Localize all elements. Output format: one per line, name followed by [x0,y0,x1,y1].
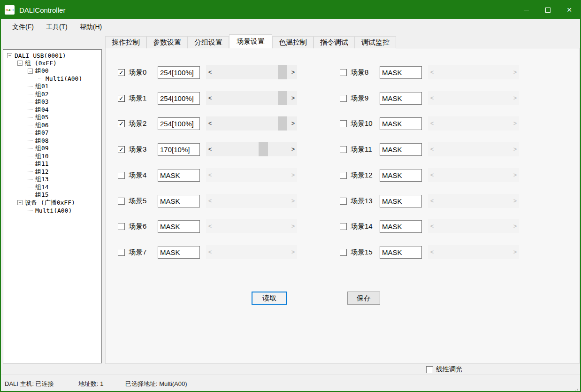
tab-0[interactable]: 操作控制 [105,36,146,48]
scrollbar-right-arrow[interactable]: > [289,116,297,131]
tab-2[interactable]: 分组设置 [188,36,229,48]
scene-value-input[interactable] [380,143,422,156]
menu-item-1[interactable]: 工具(T) [46,23,68,31]
scrollbar-track[interactable] [214,91,289,105]
scene-value-input[interactable] [380,246,422,259]
tree-item[interactable]: −组00 [3,67,101,75]
maximize-button[interactable] [537,1,558,19]
scrollbar-left-arrow[interactable]: < [206,116,214,131]
tree-item[interactable]: −设备 (广播0xFF) [3,199,101,207]
tab-1[interactable]: 参数设置 [146,36,188,48]
tree-item[interactable]: 组05 [3,114,101,122]
scene-value-input[interactable] [380,117,422,130]
scene-value-input[interactable] [380,195,422,208]
scene-checkbox[interactable] [340,249,347,256]
tree-item[interactable]: 组11 [3,160,101,168]
scrollbar-right-arrow[interactable]: > [289,142,297,156]
tab-4[interactable]: 色温控制 [272,36,313,48]
tree-item[interactable]: 组02 [3,91,101,99]
scene-value-input[interactable] [158,66,200,79]
scrollbar-right-arrow[interactable]: > [289,65,297,79]
tree-item[interactable]: −DALI USB(0001) [3,52,101,60]
scene-brightness-scrollbar[interactable]: <> [206,116,297,131]
scrollbar-track [436,168,511,182]
scrollbar-thumb[interactable] [278,65,287,79]
scene-checkbox[interactable] [340,120,347,127]
scene-brightness-scrollbar[interactable]: <> [206,65,297,79]
scene-checkbox[interactable]: ✓ [118,95,125,102]
tree-item[interactable]: 组15 [3,191,101,199]
scene-value-input[interactable] [158,220,200,233]
scene-checkbox[interactable] [118,198,125,205]
scene-checkbox[interactable] [340,146,347,153]
tree-item[interactable]: 组06 [3,122,101,130]
tree-item[interactable]: 组08 [3,137,101,145]
scrollbar-right-arrow[interactable]: > [289,91,297,105]
scene-checkbox[interactable]: ✓ [118,146,125,153]
scene-checkbox[interactable] [340,172,347,179]
scrollbar-thumb[interactable] [259,142,268,156]
tree-collapse-icon[interactable]: − [17,61,23,66]
tree-item[interactable]: 组14 [3,184,101,192]
tree-item[interactable]: 组10 [3,153,101,161]
scene-brightness-scrollbar[interactable]: <> [206,91,297,105]
tree-collapse-icon[interactable]: − [7,53,12,58]
scene-checkbox[interactable] [118,223,125,230]
scene-checkbox[interactable] [118,249,125,256]
scene-checkbox[interactable] [340,198,347,205]
scrollbar-track[interactable] [214,116,289,131]
menu-item-2[interactable]: 帮助(H) [80,23,102,31]
tab-3[interactable]: 场景设置 [229,34,272,48]
tree-item[interactable]: 组09 [3,145,101,153]
scene-value-input[interactable] [380,92,422,105]
tree-item[interactable]: Multi(A00) [3,207,101,215]
minimize-button[interactable] [515,1,537,19]
scene-brightness-scrollbar: <> [428,116,519,131]
scrollbar-track[interactable] [214,65,289,79]
scrollbar-thumb[interactable] [278,91,287,105]
scene-value-input[interactable] [158,246,200,259]
scrollbar-thumb[interactable] [278,116,287,131]
tree-item[interactable]: 组04 [3,106,101,114]
scene-checkbox[interactable] [340,69,347,76]
tab-5[interactable]: 指令调试 [313,36,355,48]
scene-checkbox[interactable] [340,223,347,230]
scene-value-input[interactable] [158,195,200,208]
tree-item[interactable]: Multi(A00) [3,75,101,83]
scrollbar-left-arrow[interactable]: < [206,91,214,105]
tree-collapse-icon[interactable]: − [17,200,23,205]
tree-guide-line [28,195,33,195]
linear-dimming-checkbox[interactable] [426,366,433,373]
read-button[interactable]: 读取 [252,292,287,305]
scene-value-input[interactable] [380,220,422,233]
resize-grip[interactable] [577,389,578,390]
tree-item[interactable]: 组07 [3,129,101,137]
scrollbar-track[interactable] [214,142,289,156]
scene-value-input[interactable] [158,143,200,156]
tree-item[interactable]: −组 (0xFF) [3,60,101,68]
scene-label: 场景15 [351,248,380,257]
scene-checkbox[interactable]: ✓ [118,120,125,127]
scrollbar-left-arrow[interactable]: < [206,142,214,156]
tree-collapse-icon[interactable]: − [28,69,33,74]
tree-item-label: 组14 [35,183,49,192]
close-button[interactable]: ✕ [558,1,580,19]
scene-brightness-scrollbar[interactable]: <> [206,142,297,156]
save-button[interactable]: 保存 [347,292,380,305]
scrollbar-left-arrow[interactable]: < [206,65,214,79]
tree-item[interactable]: 组03 [3,98,101,106]
tree-item[interactable]: 组12 [3,168,101,176]
tree-item[interactable]: 组01 [3,83,101,91]
scene-checkbox[interactable] [118,172,125,179]
menu-item-0[interactable]: 文件(F) [12,23,34,31]
scene-value-input[interactable] [380,169,422,182]
tab-6[interactable]: 调试监控 [355,36,396,48]
scene-value-input[interactable] [158,117,200,130]
scene-value-input[interactable] [158,92,200,105]
scene-checkbox[interactable] [340,95,347,102]
scene-value-input[interactable] [158,169,200,182]
scene-checkbox[interactable]: ✓ [118,69,125,76]
scene-value-input[interactable] [380,66,422,79]
tree-item[interactable]: 组13 [3,176,101,184]
tree-item-label: 组11 [35,160,49,168]
